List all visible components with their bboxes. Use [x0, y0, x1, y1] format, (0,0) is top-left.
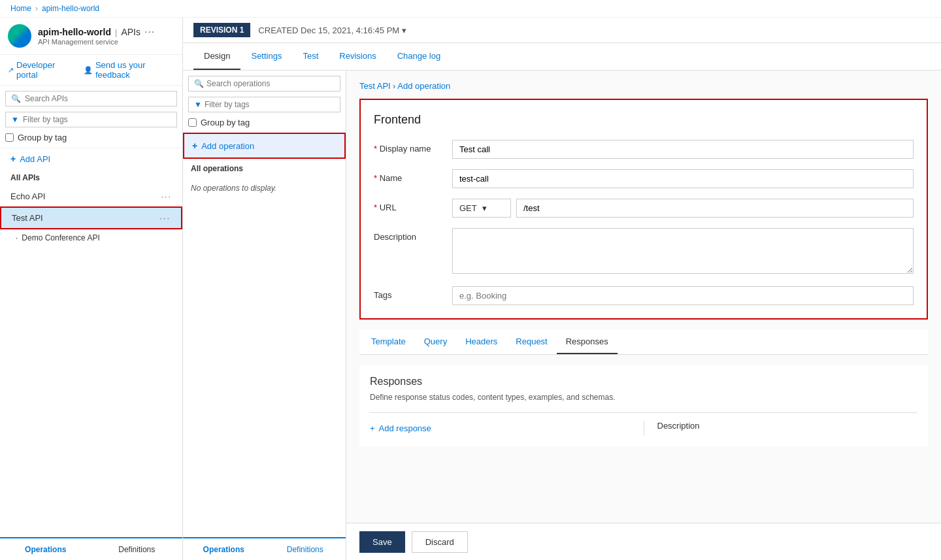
name-input[interactable]: [452, 169, 914, 188]
ops-group-by-tag-label: Group by tag: [201, 118, 250, 127]
more-icon[interactable]: ···: [144, 26, 155, 38]
method-chevron-icon: ▾: [482, 203, 487, 213]
sub-tab-request[interactable]: Request: [506, 330, 556, 354]
method-value: GET: [459, 203, 477, 213]
description-column-header: Description: [657, 421, 918, 436]
url-path-input[interactable]: [516, 199, 914, 218]
group-by-tag-checkbox[interactable]: [5, 133, 14, 142]
sub-tab-template[interactable]: Template: [362, 330, 415, 354]
tab-settings[interactable]: Settings: [240, 43, 292, 70]
developer-portal-label: Developer portal: [16, 60, 73, 80]
description-input[interactable]: [452, 228, 914, 274]
api-more-echo[interactable]: ···: [161, 191, 172, 201]
url-label: URL: [374, 199, 452, 212]
add-response-button[interactable]: + Add response: [370, 421, 631, 436]
save-button[interactable]: Save: [359, 531, 405, 553]
tab-design[interactable]: Design: [193, 43, 240, 70]
revision-dropdown-icon[interactable]: ▾: [402, 25, 406, 35]
add-api-button[interactable]: + Add API: [0, 148, 182, 169]
plus-icon: +: [10, 154, 16, 164]
add-response-label: Add response: [379, 423, 431, 433]
no-operations-message: No operations to display.: [183, 178, 346, 198]
feedback-icon: 👤: [84, 66, 93, 74]
feedback-label: Send us your feedback: [95, 60, 174, 80]
app-title: apim-hello-world: [38, 27, 111, 37]
display-name-label: Display name: [374, 140, 452, 154]
all-operations-label: All operations: [183, 159, 346, 178]
add-op-plus-icon: +: [192, 140, 197, 151]
add-api-label: Add API: [20, 154, 50, 164]
frontend-card: Frontend Display name Name: [359, 99, 928, 320]
sidebar-bottom-tabs: Operations Definitions: [0, 537, 182, 560]
ops-filter-icon: ▼: [194, 100, 202, 109]
app-logo: [8, 24, 31, 48]
external-link-icon: ↗: [8, 66, 14, 74]
developer-portal-link[interactable]: ↗ Developer portal: [8, 60, 73, 80]
form-breadcrumb-page: Add operation: [397, 81, 450, 91]
revision-info: CREATED Dec 15, 2021, 4:16:45 PM ▾: [258, 25, 406, 35]
description-label: Description: [374, 228, 452, 242]
sub-tab-bar: Template Query Headers Request Responses: [359, 330, 928, 355]
search-icon: 🔍: [11, 94, 21, 103]
ops-tab-operations[interactable]: Operations: [183, 537, 265, 560]
breadcrumb-sep: ›: [35, 4, 38, 13]
search-apis-input[interactable]: [25, 94, 171, 103]
tags-label: Tags: [374, 286, 452, 300]
frontend-title: Frontend: [374, 113, 914, 127]
sub-tab-headers[interactable]: Headers: [456, 330, 506, 354]
ops-search-icon: 🔍: [194, 79, 204, 88]
sub-tab-responses[interactable]: Responses: [557, 330, 618, 354]
responses-section: Responses Define response status codes, …: [359, 365, 928, 446]
responses-description: Define response status codes, content ty…: [370, 393, 917, 402]
method-select[interactable]: GET ▾: [452, 199, 511, 218]
add-operation-button[interactable]: + Add operation: [183, 133, 346, 159]
add-operation-label: Add operation: [201, 141, 254, 151]
app-section: APIs: [121, 27, 140, 37]
filter-icon: ▼: [11, 115, 19, 124]
breadcrumb-service[interactable]: apim-hello-world: [42, 4, 99, 13]
action-bar: Save Discard: [346, 523, 941, 560]
tags-input[interactable]: [452, 286, 914, 305]
app-subtitle: API Management service: [38, 38, 155, 46]
sidebar-tab-definitions[interactable]: Definitions: [91, 537, 183, 560]
sidebar-tab-operations[interactable]: Operations: [0, 537, 91, 560]
discard-button[interactable]: Discard: [412, 531, 468, 553]
ops-search-input[interactable]: [206, 79, 335, 88]
api-name-echo: Echo API: [10, 191, 161, 201]
form-breadcrumb-api[interactable]: Test API: [359, 81, 391, 91]
api-name-test: Test API: [12, 213, 159, 223]
main-tab-bar: Design Settings Test Revisions Change lo…: [183, 43, 941, 71]
api-item-test[interactable]: Test API ···: [0, 206, 182, 229]
group-by-tag-label: Group by tag: [18, 133, 67, 142]
filter-tags-input[interactable]: [23, 115, 171, 124]
name-label: Name: [374, 169, 452, 183]
ops-group-by-tag-checkbox[interactable]: [188, 118, 197, 127]
tab-test[interactable]: Test: [292, 43, 329, 70]
sub-tab-query[interactable]: Query: [415, 330, 456, 354]
sub-api-demo[interactable]: Demo Conference API: [0, 229, 182, 246]
ops-filter-input[interactable]: [205, 100, 335, 109]
form-breadcrumb: Test API › Add operation: [359, 81, 928, 91]
responses-title: Responses: [370, 376, 917, 387]
api-item-echo[interactable]: Echo API ···: [0, 186, 182, 206]
add-response-icon: +: [370, 423, 375, 433]
all-apis-label: All APIs: [0, 169, 182, 186]
revision-badge: REVISION 1: [193, 23, 250, 37]
breadcrumb-home[interactable]: Home: [10, 4, 31, 13]
revision-bar: REVISION 1 CREATED Dec 15, 2021, 4:16:45…: [183, 18, 941, 43]
title-separator: |: [115, 27, 117, 37]
ops-tab-definitions[interactable]: Definitions: [265, 538, 346, 560]
tab-revisions[interactable]: Revisions: [329, 43, 386, 70]
api-more-test[interactable]: ···: [159, 213, 171, 223]
tab-changelog[interactable]: Change log: [387, 43, 452, 70]
ops-bottom-tabs: Operations Definitions: [183, 537, 346, 560]
display-name-input[interactable]: [452, 140, 914, 159]
feedback-link[interactable]: 👤 Send us your feedback: [84, 60, 174, 80]
